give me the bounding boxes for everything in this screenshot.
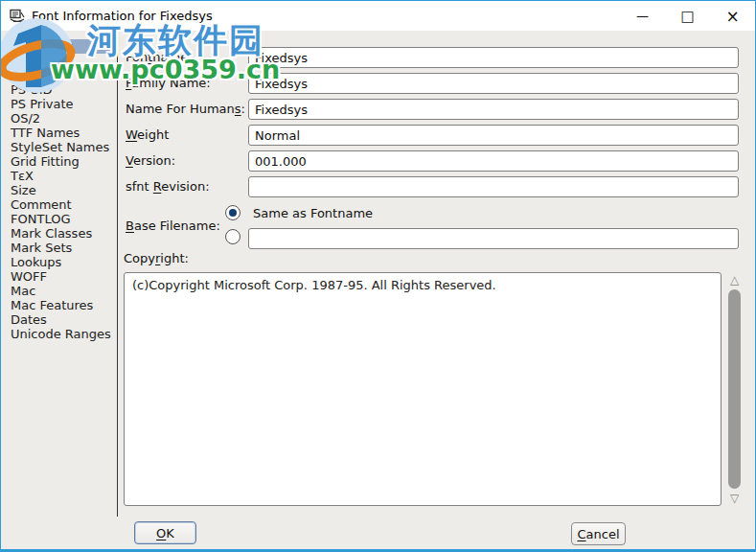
base-filename-same-radio[interactable] — [225, 205, 241, 220]
base-filename-label: Base Filename: — [126, 218, 220, 233]
window-title: Font Information for Fixedsys — [32, 9, 213, 23]
sidebar-item-grid-fitting[interactable]: Grid Fitting — [9, 154, 115, 169]
sidebar-item-general[interactable]: General — [9, 54, 115, 68]
version-input[interactable] — [248, 150, 739, 172]
sidebar-item-unicode-ranges[interactable]: Unicode Ranges — [9, 327, 115, 341]
name-for-humans-label: Name For Humans: — [126, 102, 245, 116]
sidebar-item-t-x[interactable]: TεX — [9, 169, 115, 183]
sfnt-revision-input[interactable] — [248, 176, 739, 197]
sidebar-item-mark-classes[interactable]: Mark Classes — [9, 226, 115, 241]
sidebar-list: PS NamesGeneralLayersPS UIDPS PrivateOS/… — [9, 39, 115, 341]
scroll-down-icon[interactable]: ▽ — [724, 491, 745, 506]
family-name-input[interactable] — [248, 73, 739, 94]
window-controls: — □ × — [620, 1, 755, 31]
sidebar-item-size[interactable]: Size — [9, 183, 115, 197]
scrollbar-thumb[interactable] — [728, 289, 741, 489]
cancel-button[interactable]: Cancel — [571, 522, 626, 545]
fontforge-dialog-icon — [10, 9, 25, 24]
minimize-button[interactable]: — — [620, 1, 665, 31]
sidebar-item-ttf-names[interactable]: TTF Names — [9, 126, 115, 140]
sidebar-item-woff[interactable]: WOFF — [9, 269, 115, 284]
weight-input[interactable] — [248, 125, 739, 146]
weight-label: Weight — [126, 127, 169, 142]
base-filename-custom-radio[interactable] — [225, 229, 241, 244]
same-as-fontname-label: Same as Fontname — [253, 206, 373, 220]
copyright-label: Copyright: — [124, 251, 189, 265]
sidebar-item-mac[interactable]: Mac — [9, 284, 115, 298]
sidebar-item-comment[interactable]: Comment — [9, 197, 115, 212]
sidebar-item-mark-sets[interactable]: Mark Sets — [9, 241, 115, 255]
sidebar-item-lookups[interactable]: Lookups — [9, 255, 115, 269]
base-filename-input[interactable] — [248, 228, 739, 249]
copyright-textarea[interactable]: (c)Copyright Microsoft Corp. 1987-95. Al… — [124, 272, 722, 506]
sidebar-item-dates[interactable]: Dates — [9, 312, 115, 327]
sidebar-item-ps-uid[interactable]: PS UID — [9, 82, 115, 97]
family-name-label: Family Name: — [126, 76, 211, 90]
sidebar-item-fontlog[interactable]: FONTLOG — [9, 212, 115, 226]
titlebar: Font Information for Fixedsys — □ × — [1, 1, 755, 31]
fontname-label: Fontname: — [126, 50, 193, 64]
copyright-scrollbar: △ ▽ — [724, 272, 745, 506]
name-for-humans-input[interactable] — [248, 99, 739, 120]
version-label: Version: — [126, 153, 175, 168]
sidebar-item-layers[interactable]: Layers — [9, 68, 115, 82]
close-button[interactable]: × — [710, 1, 755, 31]
sidebar-item-ps-private[interactable]: PS Private — [9, 97, 115, 111]
scroll-up-icon[interactable]: △ — [724, 272, 745, 288]
fontname-input[interactable] — [248, 47, 739, 68]
sidebar-item-mac-features[interactable]: Mac Features — [9, 298, 115, 312]
sidebar-item-styleset-names[interactable]: StyleSet Names — [9, 140, 115, 154]
sidebar-item-os-2[interactable]: OS/2 — [9, 111, 115, 126]
font-information-dialog: Font Information for Fixedsys — □ × PS N… — [0, 0, 756, 552]
sfnt-revision-label: sfnt Revision: — [126, 179, 210, 194]
maximize-button[interactable]: □ — [665, 1, 710, 31]
sidebar-separator — [117, 41, 118, 517]
sidebar-item-ps-names[interactable]: PS Names — [9, 39, 115, 54]
ok-button[interactable]: OK — [134, 521, 196, 544]
